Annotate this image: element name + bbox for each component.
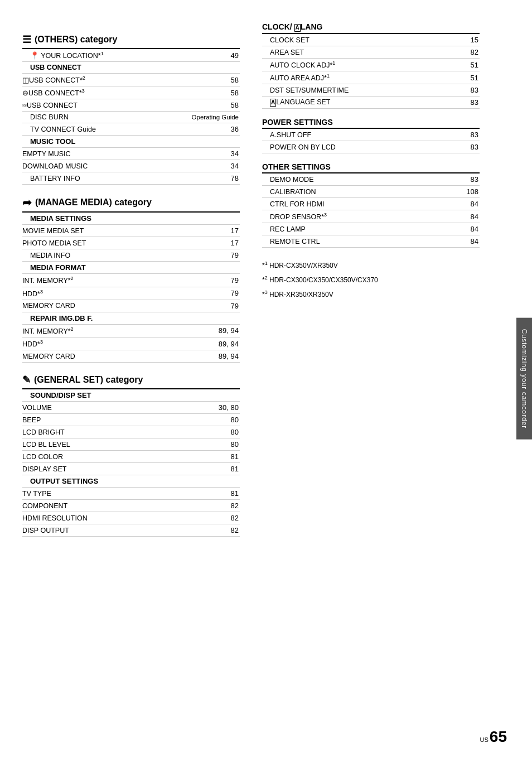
page-num: 79: [171, 249, 240, 262]
table-row: MEDIA INFO 79: [22, 249, 240, 262]
table-row: INT. MEMORY*2 89, 94: [22, 324, 240, 337]
manage-icon: ➦: [22, 196, 32, 209]
page-num: 82: [419, 46, 480, 59]
item-label: CTRL FOR HDMI: [262, 198, 407, 210]
table-row: USB CONNECT: [22, 62, 240, 74]
item-label: HDD*3: [22, 287, 171, 300]
table-row: DROP SENSOR*3 84: [262, 210, 480, 223]
page-num: 58: [158, 99, 240, 112]
item-label: ◫USB CONNECT*2: [22, 74, 158, 86]
table-row: AUTO AREA ADJ*1 51: [262, 71, 480, 84]
item-label: ⊖USB CONNECT*3: [22, 86, 158, 99]
page-num: 84: [407, 223, 480, 235]
item-label: HDD*3: [22, 337, 171, 350]
page-num: 82: [174, 512, 240, 524]
table-row: HDMI RESOLUTION 82: [22, 512, 240, 524]
table-row: DISP OUTPUT 82: [22, 524, 240, 537]
item-label: DISP OUTPUT: [22, 524, 174, 537]
table-row: DEMO MODE 83: [262, 173, 480, 186]
page-num: [174, 389, 240, 402]
item-label: A.SHUT OFF: [262, 128, 412, 141]
other-settings-header: OTHER SETTINGS: [262, 162, 480, 171]
page-num: 89, 94: [171, 324, 240, 337]
table-row: CLOCK SET 15: [262, 33, 480, 46]
general-category-header: ✎ (GENERAL SET) category: [22, 374, 240, 386]
page-num: 80: [174, 414, 240, 426]
manage-table: MEDIA SETTINGS MOVIE MEDIA SET 17 PHOTO …: [22, 211, 240, 363]
power-table: A.SHUT OFF 83 POWER ON BY LCD 83: [262, 128, 480, 153]
item-label: VOLUME: [22, 402, 174, 414]
page-num: 81: [174, 488, 240, 500]
table-row: VOLUME 30, 80: [22, 402, 240, 414]
table-row: LCD BL LEVEL 80: [22, 438, 240, 451]
page-num: 58: [158, 86, 240, 99]
clock-table: CLOCK SET 15 AREA SET 82 AUTO CLOCK ADJ*…: [262, 33, 480, 109]
page-num: 34: [158, 160, 240, 172]
item-label: HDMI RESOLUTION: [22, 512, 174, 524]
item-label: DOWNLOAD MUSIC: [22, 160, 158, 172]
table-row: LCD COLOR 81: [22, 451, 240, 463]
table-row: BATTERY INFO 78: [22, 172, 240, 185]
lang-icon-small: A: [270, 99, 276, 107]
item-label: BEEP: [22, 414, 174, 426]
page-num: 81: [174, 451, 240, 463]
page-num: 84: [407, 210, 480, 223]
table-row: MOVIE MEDIA SET 17: [22, 225, 240, 237]
table-row: HDD*3 79: [22, 287, 240, 300]
others-category-label: (OTHERS) category: [35, 35, 117, 45]
page-num: 51: [419, 71, 480, 84]
lang-icon: A: [294, 24, 301, 32]
table-row: MEMORY CARD 89, 94: [22, 350, 240, 363]
item-label: MOVIE MEDIA SET: [22, 225, 171, 237]
table-row: POWER ON BY LCD 83: [262, 141, 480, 153]
other-table: DEMO MODE 83 CALIBRATION 108 CTRL FOR HD…: [262, 172, 480, 248]
table-row: LCD BRIGHT 80: [22, 426, 240, 438]
item-label: LCD COLOR: [22, 451, 174, 463]
item-label: POWER ON BY LCD: [262, 141, 412, 153]
general-icon: ✎: [22, 374, 31, 386]
media-format-section: MEDIA FORMAT: [22, 262, 171, 274]
table-row: INT. MEMORY*2 79: [22, 274, 240, 287]
page-num: 17: [171, 237, 240, 249]
table-row: AUTO CLOCK ADJ*1 51: [262, 59, 480, 71]
table-row: 📍 YOUR LOCATION*1 49: [22, 49, 240, 62]
table-row: ⎃USB CONNECT 58: [22, 99, 240, 112]
page-num: 80: [174, 426, 240, 438]
item-label: MEDIA INFO: [22, 249, 171, 262]
table-row: HDD*3 89, 94: [22, 337, 240, 350]
side-tab-label: Customizing your camcorder: [520, 329, 528, 428]
item-label: AUTO CLOCK ADJ*1: [262, 59, 419, 71]
media-settings-section: MEDIA SETTINGS: [22, 212, 171, 225]
power-settings-header: POWER SETTINGS: [262, 118, 480, 127]
table-row: TV TYPE 81: [22, 488, 240, 500]
page-num: 82: [174, 524, 240, 537]
page-num: [171, 312, 240, 324]
page-num: [158, 62, 240, 74]
manage-category-header: ➦ (MANAGE MEDIA) category: [22, 196, 240, 209]
page-num: 79: [171, 287, 240, 300]
table-row: CALIBRATION 108: [262, 186, 480, 198]
page-us: US: [480, 736, 489, 743]
page-num: 83: [412, 141, 480, 153]
sound-disp-section: SOUND/DISP SET: [22, 389, 174, 402]
page-num: 84: [407, 198, 480, 210]
page-num: 83: [407, 173, 480, 186]
others-table: 📍 YOUR LOCATION*1 49 USB CONNECT ◫USB CO…: [22, 48, 240, 185]
page-num: 78: [158, 172, 240, 185]
page-num: 17: [171, 225, 240, 237]
left-column: ☰ (OTHERS) category 📍 YOUR LOCATION*1 49…: [22, 22, 257, 735]
item-label: DISPLAY SET: [22, 463, 174, 475]
page-num: 108: [407, 186, 480, 198]
table-row: TV CONNECT Guide 36: [22, 123, 240, 136]
right-column: CLOCK/ ALANG CLOCK SET 15 AREA SET 82 AU…: [257, 22, 480, 735]
page-num: 79: [171, 300, 240, 312]
item-label: INT. MEMORY*2: [22, 274, 171, 287]
page-num: [171, 262, 240, 274]
table-row: DISPLAY SET 81: [22, 463, 240, 475]
general-table: SOUND/DISP SET VOLUME 30, 80 BEEP 80 LCD…: [22, 388, 240, 537]
repair-section: REPAIR IMG.DB F.: [22, 312, 171, 324]
page-num: 36: [158, 123, 240, 136]
usb-connect-section: USB CONNECT: [22, 62, 158, 74]
page-num: 83: [419, 97, 480, 109]
page-num: 89, 94: [171, 350, 240, 363]
